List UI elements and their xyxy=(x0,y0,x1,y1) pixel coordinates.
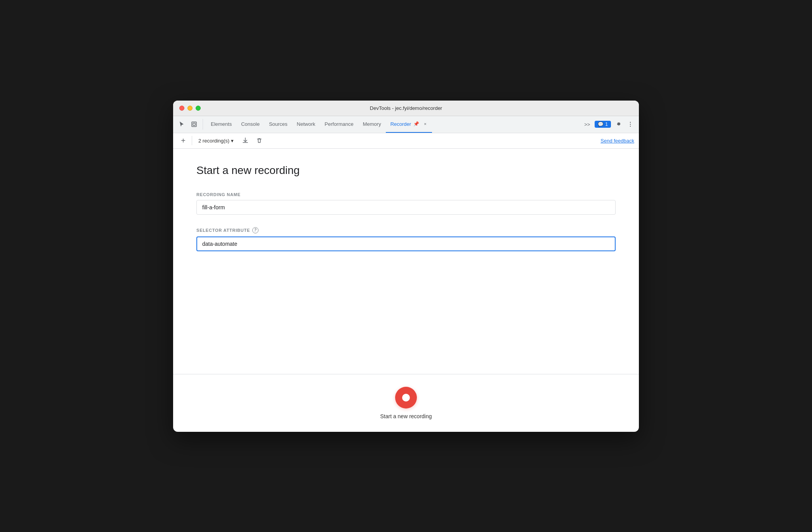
more-tabs-button[interactable]: >> xyxy=(581,119,593,130)
help-icon[interactable]: ? xyxy=(252,227,259,233)
tab-console[interactable]: Console xyxy=(236,116,264,133)
minimize-button[interactable] xyxy=(187,106,193,111)
main-content: Start a new recording RECORDING NAME SEL… xyxy=(173,149,639,374)
export-button[interactable] xyxy=(240,135,251,146)
recorder-tab-content: Recorder 📌 × xyxy=(390,121,427,127)
tab-close-icon[interactable]: × xyxy=(423,121,427,127)
devtools-window: DevTools - jec.fyi/demo/recorder Element… xyxy=(173,101,639,432)
svg-point-2 xyxy=(630,122,631,123)
record-icon xyxy=(402,394,410,402)
maximize-button[interactable] xyxy=(196,106,201,111)
devtools-icon-group xyxy=(176,119,203,130)
close-button[interactable] xyxy=(179,106,184,111)
svg-point-4 xyxy=(630,126,631,127)
chat-icon: 💬 xyxy=(598,122,604,127)
traffic-lights xyxy=(179,106,201,111)
recordings-dropdown[interactable]: 2 recording(s) ▾ xyxy=(195,136,237,145)
window-title: DevTools - jec.fyi/demo/recorder xyxy=(370,105,442,111)
selector-attribute-label: SELECTOR ATTRIBUTE ? xyxy=(196,227,616,233)
start-recording-button[interactable] xyxy=(395,387,417,409)
inspect-icon[interactable] xyxy=(189,119,200,130)
recording-name-input[interactable] xyxy=(196,200,616,215)
add-recording-button[interactable]: + xyxy=(178,135,189,146)
title-bar: DevTools - jec.fyi/demo/recorder xyxy=(173,101,639,116)
svg-point-3 xyxy=(630,124,631,125)
tab-elements[interactable]: Elements xyxy=(206,116,236,133)
more-options-icon[interactable] xyxy=(625,119,636,130)
toolbar-divider xyxy=(192,136,192,145)
devtools-tab-bar: Elements Console Sources Network Perform… xyxy=(173,116,639,133)
tab-network[interactable]: Network xyxy=(292,116,320,133)
pointer-icon[interactable] xyxy=(176,119,187,130)
page-title: Start a new recording xyxy=(196,164,616,177)
pin-icon: 📌 xyxy=(413,121,419,127)
recording-name-label: RECORDING NAME xyxy=(196,192,616,197)
delete-button[interactable] xyxy=(254,135,265,146)
selector-attribute-input[interactable] xyxy=(196,236,616,251)
tabs-right-area: >> 💬 1 xyxy=(581,119,636,130)
chevron-down-icon: ▾ xyxy=(231,138,234,144)
footer-area: Start a new recording xyxy=(173,374,639,432)
send-feedback-link[interactable]: Send feedback xyxy=(600,138,634,144)
svg-rect-0 xyxy=(192,122,196,127)
tab-sources[interactable]: Sources xyxy=(264,116,292,133)
start-recording-label: Start a new recording xyxy=(380,413,432,419)
svg-rect-1 xyxy=(193,123,195,125)
tab-memory[interactable]: Memory xyxy=(358,116,386,133)
settings-icon[interactable] xyxy=(612,119,623,130)
tab-performance[interactable]: Performance xyxy=(320,116,358,133)
chat-badge[interactable]: 💬 1 xyxy=(595,121,611,128)
selector-attribute-section: SELECTOR ATTRIBUTE ? xyxy=(196,227,616,251)
tab-recorder[interactable]: Recorder 📌 × xyxy=(386,116,432,133)
recorder-toolbar: + 2 recording(s) ▾ Send feedback xyxy=(173,133,639,149)
recording-name-section: RECORDING NAME xyxy=(196,192,616,215)
